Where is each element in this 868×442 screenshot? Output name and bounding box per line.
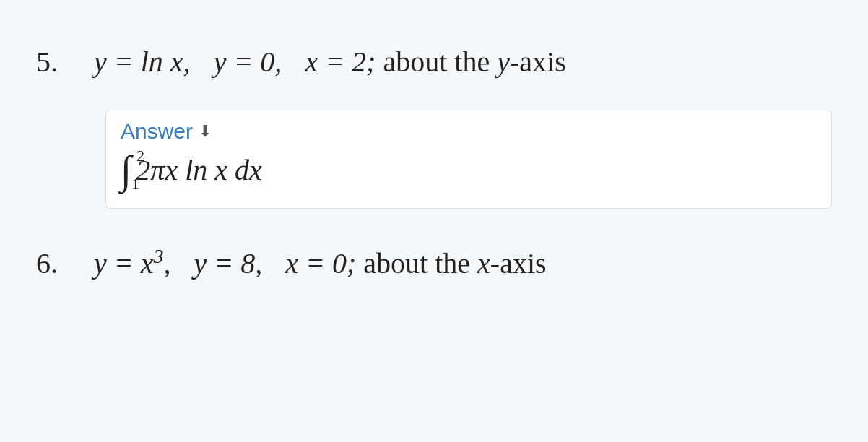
equation-b: y = 0, xyxy=(214,46,282,78)
integral-upper: 2 xyxy=(136,147,144,165)
answer-toggle[interactable]: Answer ⬇︎ xyxy=(121,119,212,144)
problem-number: 6. xyxy=(36,245,94,282)
problem-text: y = x3, y = 8, x = 0; about the x-axis xyxy=(94,245,832,282)
axis-var: y xyxy=(497,46,510,78)
arrow-down-icon: ⬇︎ xyxy=(199,124,212,139)
equation-a: y = x3, xyxy=(94,247,171,280)
equation-c: x = 2; xyxy=(305,46,376,78)
answer-integral: ∫ 2 1 2πx ln x dx xyxy=(121,150,817,191)
integrand: 2πx ln x dx xyxy=(136,153,261,187)
answer-block: Answer ⬇︎ ∫ 2 1 2πx ln x dx xyxy=(105,110,832,209)
axis-suffix: -axis xyxy=(490,247,547,280)
problem-6: 6. y = x3, y = 8, x = 0; about the x-axi… xyxy=(36,245,832,282)
axis-var: x xyxy=(477,247,490,280)
axis-suffix: -axis xyxy=(510,46,566,78)
problem-5: 5. y = ln x, y = 0, x = 2; about the y-a… xyxy=(36,43,832,81)
problem-number: 5. xyxy=(36,43,94,81)
equation-a: y = ln x, xyxy=(94,46,191,78)
equation-b: y = 8, xyxy=(194,247,263,280)
integral-lower: 1 xyxy=(131,175,139,194)
problem-text: y = ln x, y = 0, x = 2; about the y-axis xyxy=(94,43,832,81)
equation-c: x = 0; xyxy=(285,247,356,280)
about-text: about the xyxy=(363,247,477,280)
integral-symbol: ∫ 2 1 xyxy=(121,150,131,191)
answer-label-text: Answer xyxy=(121,119,193,144)
about-text: about the xyxy=(383,46,497,78)
